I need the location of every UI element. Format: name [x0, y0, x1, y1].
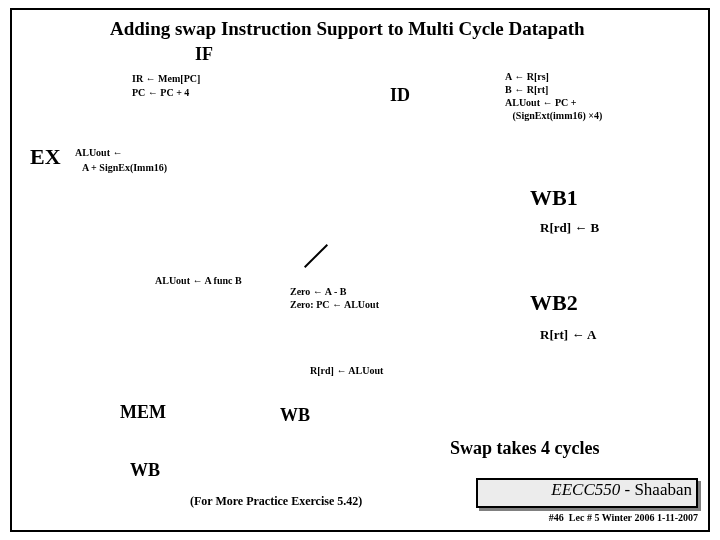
if-line1: IR ← Mem[PC] [132, 73, 200, 84]
ex-stage-text: ALUout ← A + SignEx(Imm16) [75, 145, 167, 175]
wb1-text: R[rd] ← B [540, 220, 599, 236]
id-stage-text: A ← R[rs] B ← R[rt] ALUout ← PC + (SignE… [505, 70, 602, 122]
swap-note: Swap takes 4 cycles [450, 438, 600, 459]
course-dash: - [620, 480, 634, 499]
wb2-stage-label: WB2 [530, 290, 578, 316]
course-name: Shaaban [634, 480, 692, 499]
rrd-text: R[rd] ← ALUout [310, 365, 383, 376]
wb1-stage-label: WB1 [530, 185, 578, 211]
zero-line1: Zero ← A - B [290, 286, 346, 297]
course-code: EECC550 [551, 480, 620, 499]
mem-stage-label: MEM [120, 402, 166, 423]
if-stage-label: IF [195, 44, 213, 65]
slide-frame [10, 8, 710, 532]
ex-line1: ALUout ← [75, 147, 123, 158]
footer-text: #46 Lec # 5 Winter 2006 1-11-2007 [549, 512, 698, 523]
id-line3: ALUout ← PC + [505, 97, 577, 108]
id-line1: A ← R[rs] [505, 71, 549, 82]
course-text: EECC550 - Shaaban [551, 480, 692, 500]
id-line2: B ← R[rt] [505, 84, 548, 95]
func-text: ALUout ← A func B [155, 275, 242, 286]
exercise-note: (For More Practice Exercise 5.42) [190, 494, 362, 509]
wb2-text: R[rt] ← A [540, 327, 596, 343]
if-line2: PC ← PC + 4 [132, 87, 189, 98]
id-stage-label: ID [390, 85, 410, 106]
ex-line2: A + SignEx(Imm16) [82, 162, 167, 173]
branch-slash-icon [300, 255, 332, 287]
ex-stage-label: EX [30, 144, 61, 170]
slide-title: Adding swap Instruction Support to Multi… [110, 18, 585, 40]
wb-bottom-label: WB [130, 460, 160, 481]
if-stage-text: IR ← Mem[PC] PC ← PC + 4 [132, 72, 200, 100]
zero-line2: Zero: PC ← ALUout [290, 299, 379, 310]
footer-page: #46 [549, 512, 564, 523]
footer-lec: Lec # 5 Winter 2006 1-11-2007 [569, 512, 698, 523]
id-line4: (SignExt(imm16) ×4) [513, 110, 603, 121]
zero-text: Zero ← A - B Zero: PC ← ALUout [290, 285, 379, 311]
wb-stage-label: WB [280, 405, 310, 426]
